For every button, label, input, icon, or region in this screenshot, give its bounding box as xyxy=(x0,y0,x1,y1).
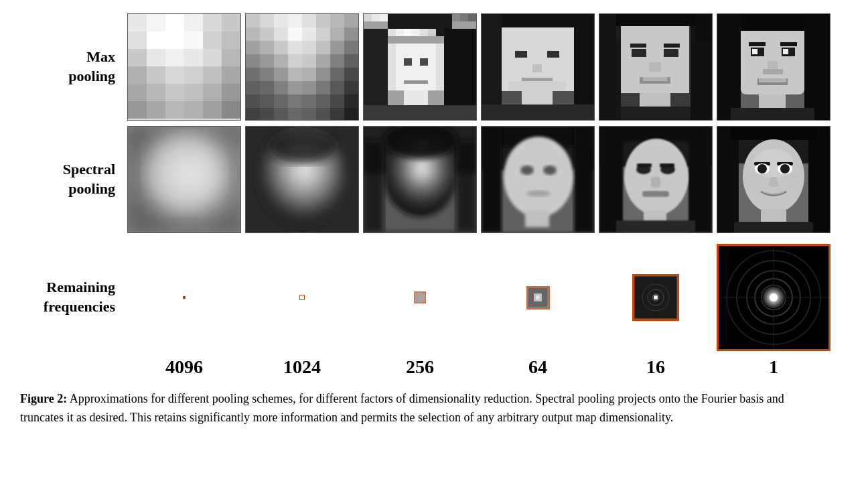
svg-rect-21 xyxy=(184,66,203,84)
svg-rect-239 xyxy=(536,295,540,299)
svg-rect-57 xyxy=(316,41,330,54)
svg-rect-88 xyxy=(302,94,316,108)
max-img-4 xyxy=(481,13,595,121)
svg-rect-51 xyxy=(344,27,358,41)
svg-rect-59 xyxy=(344,41,358,54)
svg-rect-120 xyxy=(412,29,420,36)
number-64: 64 xyxy=(481,356,595,378)
max-pooling-images xyxy=(127,13,830,121)
svg-rect-103 xyxy=(380,14,388,21)
svg-rect-142 xyxy=(532,64,542,72)
svg-rect-130 xyxy=(404,58,412,66)
svg-rect-35 xyxy=(222,101,240,119)
svg-rect-156 xyxy=(630,44,646,48)
svg-rect-148 xyxy=(616,14,695,26)
svg-rect-114 xyxy=(468,14,476,21)
max-img-2 xyxy=(245,13,359,121)
spec-img-1 xyxy=(127,126,241,233)
svg-rect-24 xyxy=(128,84,147,101)
freq-cell-6 xyxy=(717,244,830,351)
svg-rect-2 xyxy=(165,14,184,31)
svg-rect-183 xyxy=(731,108,814,120)
svg-rect-6 xyxy=(128,31,147,49)
svg-rect-71 xyxy=(288,68,302,81)
svg-point-230 xyxy=(757,164,767,174)
freq-dot-3 xyxy=(414,291,426,303)
freq-cell-1 xyxy=(127,244,241,351)
svg-rect-68 xyxy=(246,68,260,81)
svg-rect-177 xyxy=(780,42,797,46)
svg-rect-92 xyxy=(246,108,260,120)
svg-rect-28 xyxy=(203,84,222,101)
svg-rect-101 xyxy=(364,14,372,21)
svg-rect-217 xyxy=(637,163,652,167)
freq-dot-4 xyxy=(526,286,550,310)
svg-point-235 xyxy=(744,174,760,187)
svg-rect-65 xyxy=(316,54,330,68)
max-img-3 xyxy=(363,13,477,121)
svg-rect-36 xyxy=(246,14,260,27)
svg-rect-17 xyxy=(222,49,240,66)
freq-label: Remaining frequencies xyxy=(40,278,127,316)
svg-rect-39 xyxy=(288,14,302,27)
svg-rect-13 xyxy=(147,49,165,66)
svg-rect-9 xyxy=(184,31,203,49)
max-pooling-row: Max pooling xyxy=(40,13,868,121)
svg-rect-214 xyxy=(642,191,669,197)
svg-rect-70 xyxy=(274,68,288,81)
max-img-5 xyxy=(599,13,713,121)
svg-rect-40 xyxy=(302,14,316,27)
svg-rect-181 xyxy=(759,78,786,82)
svg-rect-170 xyxy=(717,14,741,120)
svg-rect-122 xyxy=(428,29,436,36)
svg-rect-56 xyxy=(302,41,316,54)
svg-rect-87 xyxy=(288,94,302,108)
svg-rect-25 xyxy=(147,84,165,101)
svg-rect-76 xyxy=(246,81,260,94)
svg-rect-123 xyxy=(436,29,444,36)
svg-rect-48 xyxy=(302,27,316,41)
svg-rect-146 xyxy=(508,81,566,91)
spec-img-2 xyxy=(245,126,359,233)
spectral-pooling-images xyxy=(127,126,830,233)
svg-rect-127 xyxy=(436,44,444,90)
svg-rect-67 xyxy=(344,54,358,68)
svg-rect-74 xyxy=(330,68,344,81)
figure-caption: Figure 2: Approximations for different p… xyxy=(20,390,824,427)
svg-rect-31 xyxy=(147,101,165,119)
svg-point-232 xyxy=(780,164,790,174)
svg-rect-66 xyxy=(330,54,344,68)
svg-rect-0 xyxy=(128,14,147,31)
svg-point-202 xyxy=(543,165,557,175)
svg-rect-154 xyxy=(632,49,646,57)
spec-img-6 xyxy=(717,126,830,233)
spec-img-4 xyxy=(481,126,595,233)
freq-row: Remaining frequencies xyxy=(40,244,868,351)
svg-rect-145 xyxy=(482,105,594,120)
svg-rect-89 xyxy=(316,94,330,108)
svg-rect-98 xyxy=(330,108,344,120)
svg-rect-90 xyxy=(330,94,344,108)
svg-rect-95 xyxy=(288,108,302,120)
svg-rect-7 xyxy=(147,31,165,49)
svg-rect-136 xyxy=(502,14,574,27)
svg-rect-163 xyxy=(599,41,621,120)
svg-rect-160 xyxy=(643,77,667,81)
max-img-1 xyxy=(127,13,241,121)
svg-rect-55 xyxy=(288,41,302,54)
svg-rect-207 xyxy=(599,127,623,232)
svg-rect-85 xyxy=(260,94,274,108)
svg-rect-222 xyxy=(717,127,739,232)
svg-rect-134 xyxy=(364,105,476,120)
svg-rect-133 xyxy=(404,90,428,105)
svg-rect-27 xyxy=(184,84,203,101)
rows-section: Max pooling xyxy=(40,13,868,378)
caption-label: Figure 2: xyxy=(20,392,67,405)
svg-rect-52 xyxy=(246,41,260,54)
svg-rect-33 xyxy=(184,101,203,119)
svg-rect-46 xyxy=(274,27,288,41)
svg-rect-77 xyxy=(260,81,274,94)
svg-rect-179 xyxy=(763,69,783,74)
svg-rect-34 xyxy=(203,101,222,119)
svg-rect-11 xyxy=(222,31,240,49)
